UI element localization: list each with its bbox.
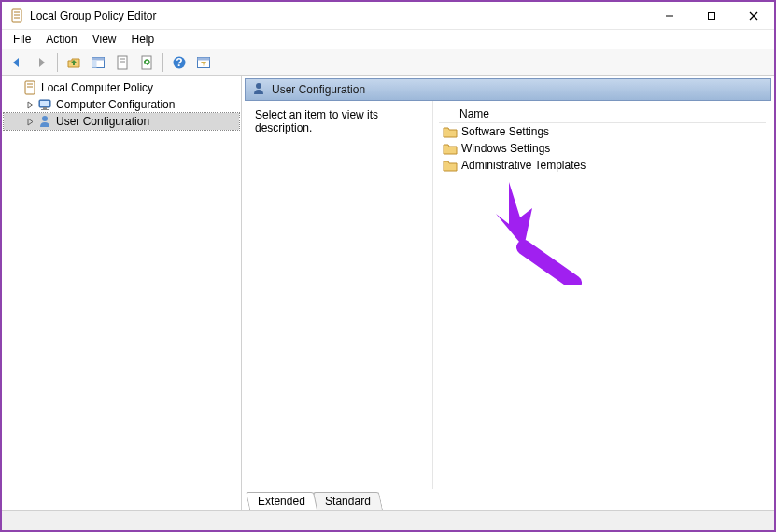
- menubar: File Action View Help: [2, 30, 774, 49]
- list-item-windows-settings[interactable]: Windows Settings: [439, 140, 766, 157]
- column-header-name[interactable]: Name: [439, 105, 766, 123]
- status-cell: [388, 511, 774, 530]
- svg-rect-25: [41, 109, 49, 110]
- computer-icon: [37, 97, 52, 112]
- svg-rect-18: [198, 57, 210, 60]
- refresh-button[interactable]: [135, 51, 158, 74]
- svg-rect-11: [118, 56, 127, 69]
- detail-heading: User Configuration: [272, 83, 365, 96]
- window-title: Local Group Policy Editor: [30, 9, 648, 22]
- tree-pane[interactable]: Local Computer Policy Computer Configura…: [2, 76, 242, 510]
- tree-root[interactable]: Local Computer Policy: [4, 79, 239, 96]
- window-controls: [648, 2, 774, 29]
- content-pane: User Configuration Select an item to vie…: [242, 76, 774, 510]
- statusbar: [2, 510, 774, 530]
- list-item-software-settings[interactable]: Software Settings: [439, 123, 766, 140]
- maximize-button[interactable]: [690, 2, 732, 29]
- menu-action[interactable]: Action: [38, 31, 84, 48]
- minimize-button[interactable]: [648, 2, 690, 29]
- tree-label: User Configuration: [56, 115, 149, 128]
- up-button[interactable]: [63, 51, 85, 74]
- folder-icon: [443, 142, 458, 155]
- tabstrip: Extended Standard: [242, 489, 774, 510]
- user-icon: [251, 81, 266, 99]
- description-column: Select an item to view its description.: [246, 101, 432, 489]
- detail-header: User Configuration: [245, 78, 771, 101]
- list-item-label: Software Settings: [461, 125, 549, 138]
- status-cell: [2, 511, 388, 530]
- folder-icon: [443, 159, 458, 172]
- user-icon: [37, 114, 52, 129]
- toolbar: ?: [2, 49, 774, 76]
- tree-label: Computer Configuration: [56, 98, 175, 111]
- folder-icon: [443, 125, 458, 138]
- back-button[interactable]: [6, 51, 28, 74]
- forward-button[interactable]: [30, 51, 52, 74]
- menu-file[interactable]: File: [6, 31, 38, 48]
- list-column: Name Software Settings Windows Settings …: [432, 101, 771, 489]
- detail-body: Select an item to view its description. …: [245, 101, 771, 489]
- list-item-administrative-templates[interactable]: Administrative Templates: [439, 157, 766, 174]
- policy-icon: [22, 80, 37, 95]
- toolbar-separator: [162, 53, 163, 72]
- chevron-right-icon[interactable]: [24, 99, 35, 110]
- svg-point-27: [256, 83, 261, 89]
- svg-text:?: ?: [176, 56, 182, 69]
- svg-rect-0: [12, 9, 21, 22]
- tree-item-user-configuration[interactable]: User Configuration: [4, 113, 239, 130]
- tab-extended[interactable]: Extended: [246, 492, 317, 510]
- list-item-label: Windows Settings: [461, 142, 550, 155]
- menu-help[interactable]: Help: [124, 31, 162, 48]
- description-text: Select an item to view its description.: [255, 108, 378, 134]
- svg-point-26: [42, 116, 48, 121]
- main-split: Local Computer Policy Computer Configura…: [2, 76, 774, 510]
- show-hide-tree-button[interactable]: [87, 51, 109, 74]
- menu-view[interactable]: View: [85, 31, 124, 48]
- list-item-label: Administrative Templates: [461, 159, 586, 172]
- properties-button[interactable]: [111, 51, 134, 74]
- toolbar-separator: [57, 53, 58, 72]
- svg-rect-10: [92, 60, 97, 67]
- filter-button[interactable]: [192, 51, 215, 74]
- svg-rect-5: [708, 12, 714, 19]
- svg-rect-19: [25, 81, 35, 94]
- tree-label: Local Computer Policy: [41, 81, 153, 94]
- titlebar: Local Group Policy Editor: [2, 2, 774, 30]
- svg-rect-23: [40, 101, 49, 106]
- svg-rect-9: [92, 57, 105, 60]
- close-button[interactable]: [732, 2, 774, 29]
- chevron-right-icon[interactable]: [24, 116, 35, 127]
- tab-standard[interactable]: Standard: [313, 492, 383, 510]
- tree-item-computer-configuration[interactable]: Computer Configuration: [4, 96, 239, 113]
- app-window: Local Group Policy Editor File Action Vi…: [0, 0, 776, 532]
- svg-rect-24: [43, 107, 47, 109]
- app-icon: [9, 8, 24, 23]
- help-button[interactable]: ?: [168, 51, 190, 74]
